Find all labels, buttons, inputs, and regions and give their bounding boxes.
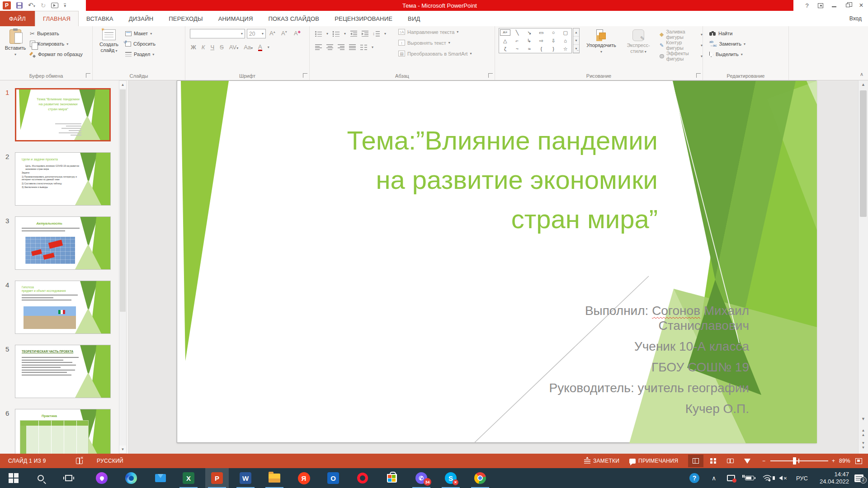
slide-thumbnail-1[interactable]: Тема:”Влияние пандемиина развитие эконом… [15,88,111,141]
quick-styles-button[interactable]: Экспресс-стили ▾ [621,28,656,55]
taskbar-mail[interactable] [149,468,172,488]
reading-view-button[interactable] [722,455,738,467]
thumbnails-scroll-thumb[interactable] [120,89,126,312]
bold-button[interactable]: Ж [191,44,196,51]
tab-design[interactable]: ДИЗАЙН [121,11,161,26]
redo-icon[interactable]: ↻ [41,1,46,9]
minimize-button[interactable] [827,0,841,11]
font-color-button[interactable]: А [258,43,262,51]
paste-button[interactable]: Вставить▾ [4,28,27,57]
corner-shape-icon[interactable]: ⌂ [559,37,571,45]
sign-in-link[interactable]: Вход [849,11,862,26]
gallery-more-icon[interactable]: ▼̲ [573,45,579,53]
close-button[interactable]: × [854,0,868,11]
taskbar-file-explorer[interactable] [263,468,286,488]
taskbar-search-button[interactable] [29,468,52,488]
arrow-shape-icon[interactable]: ↘ [523,28,535,37]
taskbar-opera[interactable] [351,468,374,488]
numbering-icon[interactable] [333,31,340,37]
decrease-indent-icon[interactable] [350,31,357,37]
slide-title-textbox[interactable]: Тема:”Влияние пандемии на развитие эконо… [206,121,658,239]
copy-button[interactable]: Копировать▾ [30,39,68,48]
zoom-in-button[interactable]: + [832,454,835,468]
customize-qat-icon[interactable]: ▾ [64,4,66,8]
start-slideshow-icon[interactable] [51,3,58,8]
taskbar-powerpoint-active[interactable]: P [205,468,229,488]
change-case-button[interactable]: Aa▾ [244,44,253,51]
taskbar-viber[interactable]: ✆34 [410,468,433,488]
strikethrough-button[interactable]: S [220,44,224,51]
font-dialog-launcher[interactable] [303,73,307,78]
new-slide-button[interactable]: Создатьслайд ▾ [97,28,121,54]
tray-clock[interactable]: 14:47 24.04.2022 [812,468,849,488]
clear-formatting-button[interactable]: А◆ [294,29,301,38]
slide-counter[interactable]: СЛАЙД 1 ИЗ 9 [8,454,46,468]
tab-transitions[interactable]: ПЕРЕХОДЫ [161,11,210,26]
tray-show-hidden-icons[interactable]: ∧ [706,468,722,488]
increase-indent-icon[interactable] [362,31,368,37]
char-spacing-button[interactable]: AV▾ [229,44,238,51]
tab-insert[interactable]: ВСТАВКА [79,11,121,26]
next-slide-button[interactable]: ▼▼ [859,441,867,450]
notes-toggle-button[interactable]: ЗАМЕТКИ [584,454,619,468]
arc-shape-icon[interactable]: ~ [511,45,524,53]
slide-thumbnail-5[interactable]: ТЕОРЕТИЧЕСКАЯ ЧАСТЬ ПРОЕКТА [15,345,111,398]
slideshow-view-button[interactable] [740,455,755,467]
slide-1-editor[interactable]: Тема:”Влияние пандемии на развитие эконо… [177,80,816,443]
convert-smartart-button[interactable]: ▤Преобразовать в SmartArt▾ [398,51,472,56]
taskbar-skype[interactable]: S✕ [439,468,462,488]
textbox-shape-icon[interactable]: A≡ [500,29,510,36]
shape-fill-button[interactable]: ◆Заливка фигуры▾ [660,29,703,40]
slide-thumbnail-3[interactable]: Актуальность [15,216,111,270]
shapes-gallery-scrollbar[interactable]: ▲ ▼ ▼̲ [573,28,580,53]
elbow-connector-icon[interactable]: ⌐ [511,37,524,45]
tray-volume[interactable]: ✕ [775,468,791,488]
tab-home[interactable]: ГЛАВНАЯ [35,11,79,26]
rounded-rectangle-shape-icon[interactable]: ▢ [559,28,571,37]
tab-slideshow[interactable]: ПОКАЗ СЛАЙДОВ [261,11,327,26]
tray-language[interactable]: РУС [792,468,812,488]
scribble-shape-icon[interactable]: ζ [499,45,511,53]
thumbnails-scrollbar[interactable]: ▲ ▼ [119,80,127,454]
taskbar-chrome[interactable] [468,468,492,488]
rectangle-shape-icon[interactable]: ▭ [535,28,547,37]
curve-shape-icon[interactable]: ≈ [523,45,535,53]
align-center-icon[interactable] [326,44,333,50]
slide-subtitle-textbox[interactable]: Выполнил: Согонов Михаил Станиславович У… [306,303,749,416]
slide-thumbnail-6[interactable]: Практика [15,409,111,454]
paragraph-dialog-launcher[interactable] [488,73,493,78]
find-button[interactable]: Найти [709,29,732,38]
tab-file[interactable]: ФАЙЛ [0,11,35,26]
taskbar-yandex-browser[interactable]: Я [292,468,316,488]
columns-icon[interactable] [360,44,367,50]
thumbnails-scroll-down-icon[interactable]: ▼ [119,446,126,453]
arrange-button[interactable]: Упорядочить▾ [584,28,619,55]
left-brace-shape-icon[interactable]: { [535,45,547,53]
tab-view[interactable]: ВИД [400,11,428,26]
justify-icon[interactable] [349,44,356,50]
gallery-down-icon[interactable]: ▼ [573,37,579,45]
align-text-button[interactable]: ↕Выровнять текст▾ [398,40,450,46]
taskbar-microsoft-store[interactable] [380,468,404,488]
spellcheck-status-button[interactable] [76,454,83,468]
line-spacing-icon[interactable] [373,31,380,37]
format-painter-button[interactable]: Формат по образцу [30,50,83,59]
align-left-icon[interactable] [315,44,322,50]
tray-tablet[interactable] [722,468,740,488]
font-name-combo[interactable]: ▾ [190,29,245,38]
reset-button[interactable]: Сбросить [125,39,156,48]
tray-help[interactable]: ? [685,468,703,488]
shape-effects-button[interactable]: Эффекты фигуры▾ [660,51,703,61]
previous-slide-button[interactable]: ▲▲ [859,428,867,437]
select-button[interactable]: Выделить▾ [709,50,743,59]
ellipse-shape-icon[interactable]: ○ [547,28,560,37]
shapes-gallery[interactable]: A≡ ╲ ↘ ▭ ○ ▢ △ ⌐ ↳ ⇨ ⇩ ⌂ ζ ~ ≈ { } ☆ [499,28,572,53]
elbow-arrow-icon[interactable]: ↳ [523,37,535,45]
slide-thumbnail-2[interactable]: Цели и задачи проекта Цель. Исследовать … [15,152,111,206]
slide-sorter-view-button[interactable] [705,455,721,467]
tab-animations[interactable]: АНИМАЦИЯ [211,11,261,26]
bullets-icon[interactable] [315,31,322,37]
star-shape-icon[interactable]: ☆ [559,45,571,53]
restore-button[interactable] [841,0,854,11]
taskbar-outlook[interactable]: O [321,468,345,488]
